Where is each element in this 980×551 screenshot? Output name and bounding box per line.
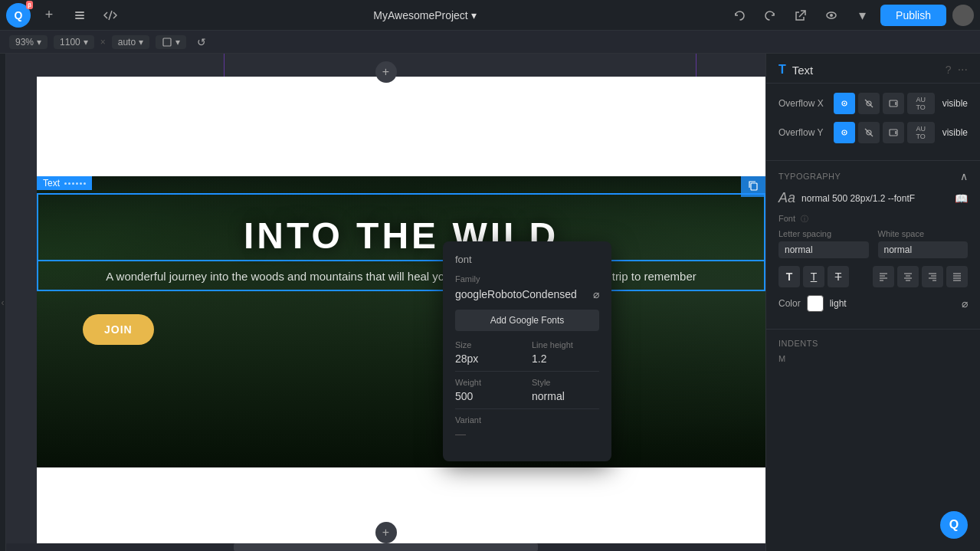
overflow-x-value: visible (942, 98, 968, 109)
more-options-icon[interactable]: ··· (958, 63, 968, 77)
color-link-icon[interactable]: ⌀ (962, 297, 968, 310)
font-variant-section: Variant — (455, 415, 599, 440)
help-icon[interactable]: ? (946, 64, 952, 76)
ruler-bar: 93% ▾ 1100 ▾ × auto ▾ ▾ ↺ (0, 31, 980, 54)
typography-header: TYPOGRAPHY ∧ (778, 170, 968, 182)
align-justify-button[interactable] (946, 266, 968, 287)
main-layout: ‹ + Text (0, 54, 980, 551)
add-section-top[interactable]: + (375, 61, 397, 83)
font-size-col: Size 28px (455, 340, 523, 365)
svg-rect-7 (163, 38, 171, 46)
letter-spacing-input[interactable] (778, 241, 869, 258)
svg-point-10 (844, 103, 845, 104)
font-family-section: Family googleRobotoCondensed ⌀ (455, 274, 599, 300)
overflow-x-visible-btn[interactable] (834, 93, 855, 114)
align-right-button[interactable] (922, 266, 943, 287)
svg-rect-2 (75, 18, 84, 19)
code-button[interactable] (98, 3, 123, 28)
typography-collapse-button[interactable]: ∧ (960, 170, 968, 182)
font-weight-style-row: Weight 500 Style normal (455, 378, 599, 402)
topbar: Q β + MyAwesomeProject ▾ (0, 0, 980, 31)
white-space-col: White space (878, 229, 969, 258)
help-chat-button[interactable]: Q (940, 511, 968, 539)
overflow-y-controls: AUTO visible (834, 122, 968, 143)
overflow-y-visible-btn[interactable] (834, 122, 855, 143)
layers-button[interactable] (67, 3, 92, 28)
typography-label: TYPOGRAPHY (778, 172, 841, 181)
letter-spacing-label: Letter spacing (778, 229, 869, 238)
sidebar-collapse[interactable]: ‹ (2, 297, 5, 308)
add-section-bottom[interactable]: + (375, 522, 397, 543)
overflow-y-value: visible (942, 127, 968, 138)
font-sublabel: Font ⓘ (778, 214, 968, 225)
canvas-area[interactable]: + Text (6, 54, 765, 551)
indents-label: INDENTS (778, 339, 968, 348)
overflow-y-hidden-btn[interactable] (858, 122, 880, 143)
undo-button[interactable] (727, 3, 752, 28)
color-row: Color light ⌀ (778, 295, 968, 312)
font-link-icon[interactable]: ⌀ (593, 288, 599, 300)
white-space-input[interactable] (878, 241, 969, 258)
add-google-fonts-button[interactable]: Add Google Fonts (455, 310, 599, 331)
font-aa-label: Aa (778, 190, 795, 206)
left-sidebar: ‹ (0, 54, 6, 551)
font-details-text: normal 500 28px/1.2 --fontF (801, 193, 949, 204)
overflow-x-hidden-btn[interactable] (858, 93, 880, 114)
font-display-row: Aa normal 500 28px/1.2 --fontF 📖 (778, 190, 968, 206)
hero-section: Text INTO THE WI (37, 176, 765, 467)
font-size-line-height-row: Size 28px Line height 1.2 (455, 340, 599, 365)
svg-line-4 (799, 11, 805, 17)
hscroll-thumb[interactable] (234, 543, 537, 551)
overflow-x-auto-btn[interactable]: AUTO (907, 93, 935, 114)
copy-element-button[interactable] (741, 176, 765, 197)
font-style-col: Style normal (532, 378, 599, 402)
font-book-icon[interactable]: 📖 (955, 192, 968, 205)
font-popup-title: font (455, 254, 599, 265)
strikethrough-button[interactable]: T (828, 266, 849, 287)
svg-rect-1 (75, 15, 84, 16)
overflow-x-scroll-btn[interactable] (883, 93, 904, 114)
color-swatch[interactable] (807, 295, 824, 312)
align-left-button[interactable] (873, 266, 894, 287)
export-button[interactable] (788, 3, 813, 28)
ruler-sep: × (100, 37, 106, 48)
width-control[interactable]: 1100 ▾ (54, 35, 94, 49)
project-name[interactable]: MyAwesomeProject ▾ (373, 9, 476, 21)
preview-button[interactable] (819, 3, 844, 28)
join-button[interactable]: JOIN (83, 314, 154, 345)
font-family-value: googleRobotoCondensed (455, 288, 577, 300)
frame-control[interactable]: ▾ (156, 35, 186, 49)
drag-handle[interactable] (64, 182, 86, 185)
redo-button[interactable] (758, 3, 782, 28)
height-control[interactable]: auto ▾ (112, 35, 149, 49)
align-center-button[interactable] (897, 266, 919, 287)
topbar-center: MyAwesomeProject ▾ (129, 9, 721, 21)
app-logo[interactable]: Q β (6, 3, 31, 28)
overflow-x-label: Overflow X (778, 98, 824, 109)
overflow-y-scroll-btn[interactable] (883, 122, 904, 143)
overflow-x-row: Overflow X (778, 93, 968, 114)
topbar-right: ▾ Publish (727, 3, 974, 28)
right-panel: T Text ? ··· Overflow X (765, 54, 980, 551)
overflow-y-row: Overflow Y (778, 122, 968, 143)
font-popup: font Family googleRobotoCondensed ⌀ Add … (443, 241, 611, 461)
svg-point-6 (830, 14, 833, 17)
hero-section-wrapper[interactable]: Text INTO THE WI (37, 176, 765, 460)
avatar[interactable] (952, 5, 974, 26)
svg-point-16 (844, 132, 845, 133)
preview-more-button[interactable]: ▾ (850, 3, 874, 28)
canvas-hscrollbar[interactable] (6, 543, 765, 551)
overflow-x-controls: AUTO visible (834, 93, 968, 114)
indents-section: INDENTS M (766, 330, 980, 372)
zoom-control[interactable]: 93% ▾ (9, 35, 48, 49)
white-space-label: White space (878, 229, 969, 238)
underline-button[interactable]: T (803, 266, 824, 287)
hero-subtitle[interactable]: A wonderful journey into the woods and m… (37, 268, 765, 286)
svg-rect-0 (75, 11, 84, 13)
publish-button[interactable]: Publish (880, 5, 946, 26)
add-button[interactable]: + (37, 3, 61, 28)
overflow-y-auto-btn[interactable]: AUTO (907, 122, 935, 143)
rotate-button[interactable]: ↺ (192, 33, 211, 51)
hero-title[interactable]: INTO THE WILD (37, 215, 765, 261)
bold-button[interactable]: T (778, 266, 800, 287)
